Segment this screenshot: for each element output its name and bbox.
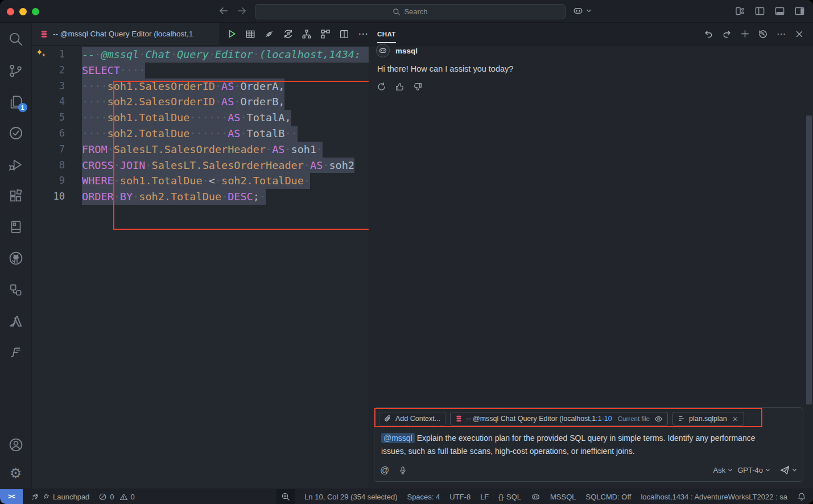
thumbs-up-icon[interactable] xyxy=(394,81,405,92)
copilot-status-icon[interactable] xyxy=(531,492,540,502)
database-file-icon xyxy=(455,415,463,423)
actual-plan-button[interactable] xyxy=(320,28,331,40)
editor-tab[interactable]: -- @mssql Chat Query Editor (localhost,1 xyxy=(32,23,219,45)
toggle-primary-sidebar-icon[interactable] xyxy=(754,6,765,16)
toggle-panel-icon[interactable] xyxy=(774,6,785,16)
azure-icon[interactable] xyxy=(9,313,23,328)
notifications-bell-icon[interactable] xyxy=(797,492,806,501)
copilot-menu-button[interactable] xyxy=(572,5,592,16)
explorer-badge: 1 xyxy=(18,103,27,112)
plan-file-chip[interactable]: plan.sqlplan xyxy=(672,412,744,425)
send-button[interactable] xyxy=(779,465,797,476)
paperclip-icon xyxy=(384,415,392,423)
model-dropdown[interactable]: GPT-4o xyxy=(737,466,770,474)
new-chat-icon[interactable] xyxy=(739,28,750,40)
close-panel-icon[interactable] xyxy=(794,28,805,40)
file-context-chip[interactable]: -- @mssql Chat Query Editor (localhost,1… xyxy=(450,412,668,425)
chat-history-icon[interactable] xyxy=(757,28,769,40)
chat-input-container: Add Context... -- @mssql Chat Query Edit… xyxy=(374,407,803,482)
problems-item[interactable]: 0 0 xyxy=(98,493,134,501)
account-icon[interactable] xyxy=(9,437,23,452)
github-icon[interactable] xyxy=(9,251,23,266)
rocket-icon xyxy=(31,493,39,501)
code-line[interactable]: 1--·@mssql·Chat·Query·Editor·(localhost,… xyxy=(32,47,369,63)
navigate-back-icon[interactable] xyxy=(218,6,229,16)
remote-indicator[interactable]: >< xyxy=(0,489,23,504)
code-line[interactable]: 5····soh1.TotalDue······AS·TotalA, xyxy=(32,110,369,126)
connection-status[interactable]: localhost,1434 : AdventureWorksLT2022 : … xyxy=(641,493,787,501)
search-placeholder: Search xyxy=(404,7,427,16)
file-chip-title: -- @mssql Chat Query Editor (localhost,1… xyxy=(466,415,612,423)
linked-squares-icon[interactable] xyxy=(9,282,23,297)
notebook-icon[interactable] xyxy=(9,220,23,234)
mssql-bot-avatar xyxy=(376,44,390,57)
zoom-indicator[interactable] xyxy=(276,489,295,504)
plug-icon xyxy=(42,493,50,501)
more-actions-icon[interactable]: ⋯ xyxy=(357,28,369,40)
language-mode[interactable]: {}SQL xyxy=(498,493,521,501)
add-context-chip[interactable]: Add Context... xyxy=(379,412,445,425)
eol-sequence[interactable]: LF xyxy=(480,493,489,501)
line-number: 10 xyxy=(32,189,65,205)
redo-icon[interactable] xyxy=(721,28,732,40)
results-grid-button[interactable] xyxy=(245,28,256,40)
error-count: 0 xyxy=(110,493,114,501)
tab-chat[interactable]: CHAT xyxy=(377,24,396,43)
undo-icon[interactable] xyxy=(703,28,714,40)
code-line[interactable]: 8CROSS·JOIN·SalesLT.SalesOrderHeader·AS·… xyxy=(32,158,369,173)
command-center-search[interactable]: Search xyxy=(255,4,566,19)
code-line[interactable]: 7FROM·SalesLT.SalesOrderHeader·AS·soh1· xyxy=(32,142,369,158)
message-text: Hi there! How can I assist you today? xyxy=(377,64,802,73)
search-sidebar-icon[interactable] xyxy=(9,32,23,47)
encoding[interactable]: UTF-8 xyxy=(449,493,471,501)
mention-icon[interactable]: @ xyxy=(380,465,389,476)
close-window-button[interactable] xyxy=(7,8,14,15)
chat-message: mssql Hi there! How can I assist you tod… xyxy=(376,44,802,92)
line-number: 1 xyxy=(32,47,65,63)
brackets-icon: {} xyxy=(498,493,504,501)
code-line[interactable]: 10ORDER·BY·soh2.TotalDue·DESC;· xyxy=(32,189,369,205)
run-debug-icon[interactable] xyxy=(9,157,23,172)
more-actions-icon[interactable]: ⋯ xyxy=(775,28,787,40)
zoom-window-button[interactable] xyxy=(32,8,39,15)
code-line[interactable]: 3····soh1.SalesOrderID·AS·OrderA, xyxy=(32,79,369,94)
editor-tab-title: -- @mssql Chat Query Editor (localhost,1 xyxy=(53,30,193,38)
extensions-icon[interactable] xyxy=(9,188,23,203)
editor-tab-bar: -- @mssql Chat Query Editor (localhost,1… xyxy=(32,23,369,46)
regenerate-icon[interactable] xyxy=(376,81,387,92)
search-icon xyxy=(393,8,401,16)
code-line[interactable]: 6····soh2.TotalDue······AS·TotalB·· xyxy=(32,126,369,142)
minimize-window-button[interactable] xyxy=(19,8,27,15)
navigate-forward-icon[interactable] xyxy=(237,6,247,16)
code-editor[interactable]: ✦✦ 1--·@mssql·Chat·Query·Editor·(localho… xyxy=(32,46,369,489)
settings-gear-icon[interactable]: ⚙ xyxy=(9,466,23,481)
change-connection-button[interactable] xyxy=(282,28,294,40)
code-line[interactable]: 4····soh2.SalesOrderID·AS·OrderB, xyxy=(32,94,369,110)
eye-icon[interactable] xyxy=(654,415,663,423)
chat-input-text[interactable]: @mssql Explain the execution plan for th… xyxy=(381,432,774,458)
estimated-plan-button[interactable] xyxy=(301,28,312,40)
mode-dropdown[interactable]: Ask xyxy=(713,466,733,474)
close-icon[interactable] xyxy=(732,415,739,423)
disconnect-button[interactable] xyxy=(263,28,275,40)
line-number: 8 xyxy=(32,158,65,173)
code-line[interactable]: 9WHERE·soh1.TotalDue·<·soh2.TotalDue· xyxy=(32,173,369,189)
customize-layout-icon[interactable] xyxy=(734,6,745,16)
microphone-icon[interactable] xyxy=(398,466,407,475)
fabric-icon[interactable] xyxy=(9,345,23,360)
launchpad-item[interactable]: Launchpad xyxy=(31,493,89,501)
check-circle-icon[interactable] xyxy=(9,126,23,141)
thumbs-down-icon[interactable] xyxy=(412,81,423,92)
code-line[interactable]: 2SELECT···· xyxy=(32,63,369,79)
toggle-secondary-sidebar-icon[interactable] xyxy=(794,6,805,16)
cursor-position[interactable]: Ln 10, Col 29 (354 selected) xyxy=(304,493,397,501)
explorer-icon[interactable]: 1 xyxy=(9,94,23,109)
sqlcmd-status[interactable]: SQLCMD: Off xyxy=(586,493,632,501)
chat-scrollbar[interactable] xyxy=(806,115,812,404)
mssql-status[interactable]: MSSQL xyxy=(550,493,576,501)
chat-input-toolbar: @ Ask GPT-4o xyxy=(380,465,797,476)
source-control-icon[interactable] xyxy=(9,63,23,78)
split-editor-button[interactable] xyxy=(339,28,350,40)
run-query-button[interactable] xyxy=(226,28,237,40)
indentation[interactable]: Spaces: 4 xyxy=(407,493,440,501)
